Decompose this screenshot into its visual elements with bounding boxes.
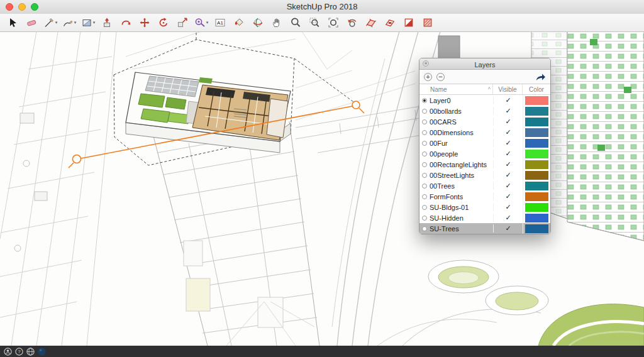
layer-visible-checkbox[interactable]: ✓ xyxy=(493,160,523,168)
layer-row-00CARS[interactable]: 00CARS✓ xyxy=(419,116,550,127)
layer-row-00bollards[interactable]: 00bollards✓ xyxy=(419,106,550,116)
layer-color-swatch[interactable] xyxy=(523,138,550,148)
current-layer-radio[interactable] xyxy=(422,162,427,167)
arc-tool-button[interactable]: ▾ xyxy=(60,15,78,30)
pan-tool-button[interactable] xyxy=(268,15,286,30)
current-layer-radio[interactable] xyxy=(422,141,427,146)
section-plane-tool-button[interactable] xyxy=(362,15,380,30)
current-layer-radio[interactable] xyxy=(422,151,427,157)
layer-visible-checkbox[interactable]: ✓ xyxy=(493,171,523,179)
layer-name[interactable]: SU-Bldgs-01 xyxy=(430,204,493,211)
layer-color-swatch[interactable] xyxy=(523,116,550,127)
dropdown-caret-icon[interactable]: ▾ xyxy=(93,20,96,25)
layer-visible-checkbox[interactable]: ✓ xyxy=(493,107,523,115)
column-header-visible[interactable]: Visible xyxy=(493,84,523,94)
layer-name[interactable]: 00people xyxy=(430,150,493,158)
layer-visible-checkbox[interactable]: ✓ xyxy=(493,203,523,211)
floorplan-model[interactable] xyxy=(126,72,291,153)
layer-detail-arrow-icon[interactable] xyxy=(536,73,546,81)
help-icon[interactable]: ? xyxy=(15,348,23,356)
layer-color-swatch[interactable] xyxy=(523,127,550,138)
current-layer-radio[interactable] xyxy=(422,194,427,199)
orbit-tool-button[interactable] xyxy=(249,15,267,30)
eraser-tool-button[interactable] xyxy=(23,15,40,30)
layer-color-swatch[interactable] xyxy=(523,106,550,116)
layer-color-swatch[interactable] xyxy=(523,202,550,212)
layer-visible-checkbox[interactable]: ✓ xyxy=(493,150,523,158)
current-layer-radio[interactable] xyxy=(422,109,427,114)
layer-visible-checkbox[interactable]: ✓ xyxy=(493,128,523,136)
push-pull-tool-button[interactable] xyxy=(98,15,116,30)
select-tool-button[interactable] xyxy=(4,15,21,30)
layer-visible-checkbox[interactable]: ✓ xyxy=(493,96,523,104)
layer-visible-checkbox[interactable]: ✓ xyxy=(493,224,523,233)
dropdown-caret-icon[interactable]: ▾ xyxy=(55,20,58,25)
layer-name[interactable]: 00StreetLights xyxy=(430,172,493,179)
current-layer-radio[interactable] xyxy=(422,216,427,221)
layer-color-swatch[interactable] xyxy=(523,170,550,180)
layer-name[interactable]: 00RectangleLights xyxy=(430,161,493,168)
shapes-tool-button[interactable]: ▾ xyxy=(79,15,97,30)
layer-row-Layer0[interactable]: Layer0✓ xyxy=(419,95,550,106)
layer-row-SU-Hidden[interactable]: SU-Hidden✓ xyxy=(419,212,550,223)
current-layer-radio[interactable] xyxy=(422,184,427,189)
zoom-window-tool-button[interactable] xyxy=(306,15,323,30)
layer-visible-checkbox[interactable]: ✓ xyxy=(493,214,523,222)
scale-tool-button[interactable] xyxy=(174,15,191,30)
layer-name[interactable]: SU-Trees xyxy=(430,225,493,233)
remove-layer-button[interactable]: − xyxy=(436,73,445,81)
layer-color-swatch[interactable] xyxy=(523,159,550,170)
zoom-extents-tool-button[interactable] xyxy=(325,15,342,30)
current-layer-radio[interactable] xyxy=(422,130,427,135)
layer-name[interactable]: 00Dimensions xyxy=(430,129,493,136)
window-titlebar[interactable]: SketchUp Pro 2018 xyxy=(0,0,644,14)
section-fill-tool-button[interactable] xyxy=(419,15,436,30)
current-layer-radio[interactable] xyxy=(422,226,427,231)
layers-panel-titlebar[interactable]: × Layers xyxy=(419,58,550,70)
add-layer-button[interactable]: + xyxy=(424,73,432,81)
dropdown-caret-icon[interactable]: ▾ xyxy=(74,20,77,25)
layer-row-SU-Trees[interactable]: SU-Trees✓ xyxy=(419,223,550,234)
current-layer-radio[interactable] xyxy=(422,205,427,210)
layer-visible-checkbox[interactable]: ✓ xyxy=(493,139,523,147)
layer-name[interactable]: 00Fur xyxy=(430,140,493,147)
current-layer-radio[interactable] xyxy=(422,98,427,103)
dropdown-caret-icon[interactable]: ▾ xyxy=(206,20,209,25)
rotate-tool-button[interactable] xyxy=(155,15,172,30)
dimension-tool-button[interactable]: A1 xyxy=(211,15,229,30)
layer-name[interactable]: 00bollards xyxy=(430,107,493,115)
follow-me-tool-button[interactable] xyxy=(117,15,135,30)
layer-color-swatch[interactable] xyxy=(523,223,550,234)
layer-color-swatch[interactable] xyxy=(523,212,550,223)
move-tool-button[interactable] xyxy=(136,15,153,30)
layer-row-00Dimensions[interactable]: 00Dimensions✓ xyxy=(419,127,550,138)
column-header-color[interactable]: Color xyxy=(523,84,550,94)
layer-visible-checkbox[interactable]: ✓ xyxy=(493,118,523,126)
zoom-tool-button[interactable] xyxy=(287,15,304,30)
layer-color-swatch[interactable] xyxy=(523,95,550,106)
paint-bucket-tool-button[interactable] xyxy=(230,15,248,30)
layer-row-00RectangleLights[interactable]: 00RectangleLights✓ xyxy=(419,159,550,170)
layer-color-swatch[interactable] xyxy=(523,180,550,191)
layer-row-00Trees[interactable]: 00Trees✓ xyxy=(419,180,550,191)
column-header-name[interactable]: Name xyxy=(430,86,447,93)
layer-name[interactable]: FormFonts xyxy=(430,193,493,200)
current-layer-radio[interactable] xyxy=(422,173,427,178)
display-section-cuts-tool-button[interactable] xyxy=(400,15,418,30)
layer-row-00StreetLights[interactable]: 00StreetLights✓ xyxy=(419,170,550,180)
layer-name[interactable]: 00Trees xyxy=(430,182,493,190)
tape-measure-tool-button[interactable]: ▾ xyxy=(192,15,210,30)
layer-name[interactable]: 00CARS xyxy=(430,118,493,126)
layer-color-swatch[interactable] xyxy=(523,148,550,159)
current-layer-radio[interactable] xyxy=(422,119,427,124)
layer-color-swatch[interactable] xyxy=(523,191,550,202)
layer-row-FormFonts[interactable]: FormFonts✓ xyxy=(419,191,550,202)
person-icon[interactable] xyxy=(4,348,12,356)
layer-name[interactable]: SU-Hidden xyxy=(430,214,493,222)
layer-row-SU-Bldgs-01[interactable]: SU-Bldgs-01✓ xyxy=(419,202,550,212)
panel-close-button[interactable]: × xyxy=(423,60,429,67)
layer-visible-checkbox[interactable]: ✓ xyxy=(493,182,523,190)
layer-name[interactable]: Layer0 xyxy=(430,97,493,104)
previous-view-tool-button[interactable] xyxy=(343,15,361,30)
globe-icon[interactable] xyxy=(26,348,35,356)
